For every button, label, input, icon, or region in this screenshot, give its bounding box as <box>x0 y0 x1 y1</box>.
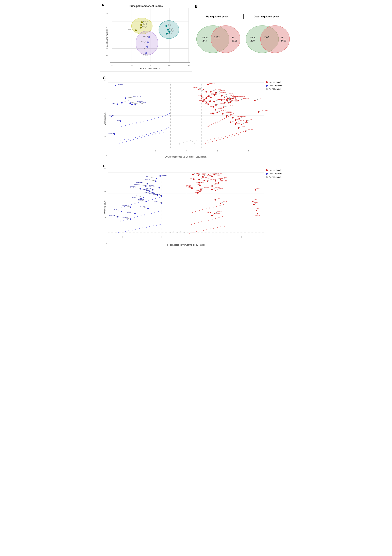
svg-point-172 <box>224 118 225 119</box>
svg-point-145 <box>220 139 221 140</box>
row-ab: A Principal Component Scores PC2, 10.99%… <box>100 2 292 71</box>
panel-b-label: B <box>195 4 198 9</box>
svg-point-164 <box>210 125 211 126</box>
svg-point-94 <box>150 133 151 134</box>
svg-line-514 <box>216 190 218 190</box>
svg-line-496 <box>219 182 221 182</box>
svg-point-247 <box>228 102 229 103</box>
svg-text:SPOCK2: SPOCK2 <box>210 178 216 180</box>
svg-point-31 <box>165 25 168 27</box>
svg-point-333 <box>156 225 157 225</box>
svg-point-529 <box>252 201 254 202</box>
svg-point-146 <box>223 138 224 139</box>
svg-text:H19: H19 <box>117 119 120 121</box>
svg-text:ATP6V0E2: ATP6V0E2 <box>134 184 140 185</box>
svg-point-161 <box>240 132 241 133</box>
svg-point-163 <box>208 126 208 127</box>
svg-point-324 <box>125 231 126 232</box>
svg-line-410 <box>126 206 131 207</box>
svg-point-359 <box>159 175 161 177</box>
svg-point-236 <box>213 101 215 102</box>
svg-point-443 <box>208 220 209 221</box>
svg-line-294 <box>237 122 239 122</box>
panel-c: C Qvalue(-log10) 0 50 100 150 200 <box>100 74 292 160</box>
svg-point-116 <box>115 85 116 86</box>
svg-point-452 <box>206 208 207 209</box>
svg-point-205 <box>224 97 225 98</box>
svg-point-487 <box>215 180 216 182</box>
svg-point-454 <box>213 207 213 208</box>
svg-text:MX2: MX2 <box>224 177 227 178</box>
svg-point-173 <box>226 117 227 118</box>
svg-text:CST1: CST1 <box>250 118 253 120</box>
volcano-d-x-label: IR senescence vs Control (log2 Ratio) <box>108 244 264 246</box>
svg-point-500 <box>211 185 213 187</box>
svg-point-137 <box>120 120 121 122</box>
svg-point-543 <box>256 210 257 211</box>
svg-text:GATA2: GATA2 <box>139 101 143 103</box>
svg-point-118 <box>125 97 126 99</box>
svg-point-78 <box>137 138 138 139</box>
svg-point-432 <box>207 229 207 230</box>
svg-point-121 <box>121 102 123 103</box>
svg-text:RSAD2: RSAD2 <box>240 120 245 122</box>
svg-point-152 <box>207 140 208 141</box>
svg-text:CRABP2: CRABP2 <box>117 84 123 85</box>
svg-text:LRRC32: LRRC32 <box>243 98 249 100</box>
svg-text:FGFR4: FGFR4 <box>123 205 127 206</box>
svg-point-470 <box>213 174 215 175</box>
svg-line-190 <box>216 91 220 92</box>
svg-line-377 <box>135 188 140 188</box>
svg-line-299 <box>242 123 244 124</box>
svg-point-168 <box>217 122 218 123</box>
svg-point-523 <box>215 199 216 201</box>
svg-text:30: 30 <box>169 64 170 66</box>
svg-line-275 <box>223 113 226 114</box>
svg-point-132 <box>134 104 136 105</box>
svg-text:HJURP: HJURP <box>140 206 145 208</box>
svg-point-326 <box>132 230 133 231</box>
svg-point-156 <box>221 137 222 138</box>
svg-point-154 <box>214 139 215 139</box>
svg-line-133 <box>136 103 143 104</box>
svg-point-68 <box>190 140 191 141</box>
svg-point-266 <box>215 109 216 110</box>
svg-point-92 <box>143 135 144 136</box>
svg-text:1405: 1405 <box>263 36 269 39</box>
svg-text:NXPH4: NXPH4 <box>146 187 151 189</box>
svg-point-105 <box>136 123 137 124</box>
svg-text:TK1: TK1 <box>136 195 138 196</box>
svg-line-284 <box>240 117 242 118</box>
svg-line-302 <box>239 127 240 128</box>
svg-point-99 <box>166 128 168 129</box>
svg-line-281 <box>233 117 236 117</box>
svg-line-413 <box>144 208 148 208</box>
svg-line-368 <box>142 183 148 183</box>
legend-up: Up regulated <box>269 81 280 83</box>
svg-line-401 <box>136 198 141 198</box>
svg-point-351 <box>134 203 135 204</box>
svg-point-82 <box>152 134 153 135</box>
pca-title: Principal Component Scores <box>102 5 190 8</box>
svg-point-337 <box>127 219 128 220</box>
svg-point-449 <box>195 211 196 212</box>
venn-down-svg: UV-A 295 1405 IR 1403 <box>243 20 290 56</box>
svg-text:SLC12L: SLC12L <box>248 129 254 130</box>
svg-line-380 <box>150 189 153 189</box>
svg-point-255 <box>254 100 255 101</box>
svg-point-438 <box>191 224 192 225</box>
svg-text:GDF15: GDF15 <box>221 109 225 111</box>
svg-text:CCN2: CCN2 <box>210 105 214 107</box>
svg-point-13 <box>136 31 158 55</box>
svg-point-106 <box>140 122 141 123</box>
svg-text:CDH11: CDH11 <box>220 102 225 104</box>
svg-point-352 <box>138 202 139 203</box>
svg-point-89 <box>132 138 133 139</box>
svg-point-331 <box>149 226 150 227</box>
svg-point-175 <box>230 115 231 116</box>
svg-text:1403: 1403 <box>281 39 286 42</box>
svg-text:UVA_1: UVA_1 <box>144 47 149 49</box>
svg-text:8: 8 <box>241 236 242 238</box>
svg-point-95 <box>154 132 154 133</box>
svg-text:Ctrl_3: Ctrl_3 <box>128 29 133 30</box>
